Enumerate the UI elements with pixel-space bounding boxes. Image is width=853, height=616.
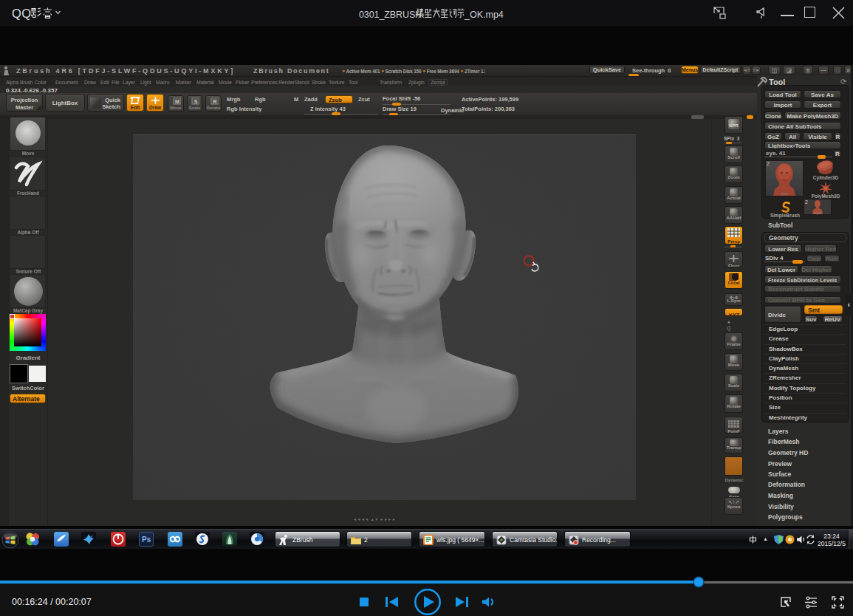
svg-text:R: R: [213, 99, 216, 104]
svg-text:M: M: [175, 99, 179, 104]
svg-text:S: S: [194, 99, 198, 104]
